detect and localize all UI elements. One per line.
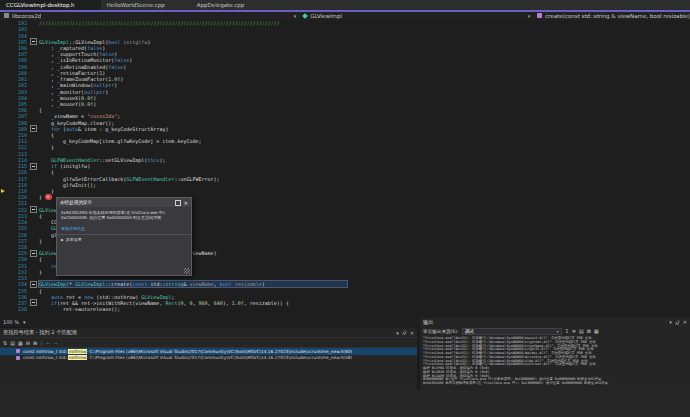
line-number: 234	[0, 281, 30, 287]
exception-popup: 未经处理的异常 ✕ 0x5A3DCA50 处有未经处理的异常(在 fristCo…	[56, 197, 192, 276]
delete-icon[interactable]: ▦	[18, 340, 23, 346]
tab-AppDelegate.cpp[interactable]: AppDelegate.cpp	[191, 0, 270, 10]
line-number: 194	[0, 33, 30, 39]
output-log[interactable]: “fristCoco.exe”(Win32): 已加载“C:\Windows\S…	[420, 336, 690, 386]
line-number: 192	[0, 20, 30, 26]
match-highlight: nothrow	[68, 355, 87, 360]
result-pre: const nothrow_t std::	[23, 349, 68, 354]
project-dropdown[interactable]: libcocos2d ▾	[0, 12, 299, 21]
result-pre: const nothrow_t std::	[23, 355, 68, 360]
find-results-list: const nothrow_t std::nothrow - C:\Progra…	[0, 348, 417, 361]
copy-details-link[interactable]: 复制详细信息	[57, 220, 191, 231]
execution-arrow-icon	[1, 189, 5, 193]
find-symbol-results-panel: 查找符号结果 - 找到 2 个匹配项 ▾ ✕ ⇅▤▦⊟⊞←→ const not…	[0, 328, 417, 390]
expander-triangle-icon[interactable]: ▶	[61, 238, 64, 242]
output-source-label: 显示输出来源(S):	[423, 329, 459, 334]
chevron-down-icon: ▾	[557, 329, 559, 334]
sort-icon[interactable]: ⇅	[3, 340, 7, 346]
line-number: 232	[0, 269, 30, 275]
line-number: 195	[0, 39, 30, 45]
line-number: 216	[0, 169, 30, 175]
tab-HelloWorldScene.cpp[interactable]: HelloWorldScene.cpp	[101, 0, 191, 10]
symbol-icon	[16, 349, 20, 353]
symbol-icon	[16, 356, 20, 360]
line-number: 230	[0, 256, 30, 262]
line-number: 205	[0, 101, 30, 107]
result-path: - C:\Program Files (x86)\Microsoft Visua…	[87, 355, 352, 360]
pin-icon[interactable]	[675, 320, 680, 325]
copy-icon[interactable]	[175, 200, 181, 206]
line-number: 238	[0, 306, 30, 312]
output-line-13: 0x5A3DCA50 处有未经处理的异常(在 fristCoco.exe 中):…	[423, 382, 690, 386]
line-number: 222	[0, 207, 30, 213]
line-number: 206	[0, 107, 30, 113]
tab-bar: CCGLViewImpl-desktop.hHelloWorldScene.cp…	[0, 0, 690, 10]
result-row-2[interactable]: const nothrow_t std::nothrow - C:\Progra…	[0, 355, 417, 362]
line-number: 221	[0, 200, 30, 206]
zoom-level: 100 %	[3, 319, 19, 325]
exception-settings-expander[interactable]: ▶ 异常设置	[57, 234, 191, 244]
line-number: 210	[0, 132, 30, 138]
line-number: 200	[0, 70, 30, 76]
find-panel-header: 查找符号结果 - 找到 2 个匹配项 ▾ ✕	[0, 328, 417, 337]
collapse-all-icon[interactable]: ⊟	[26, 340, 30, 346]
line-number: 193	[0, 26, 30, 32]
clear-all-icon[interactable]: ▤	[579, 328, 584, 334]
tab-CCGLViewImpl-desktop.h[interactable]: CCGLViewImpl-desktop.h	[0, 0, 101, 10]
output-panel: 输出 ▾ ✕ 显示输出来源(S): 调试 ▾ ↧≡▤⊠▦ “fristCoco.…	[420, 318, 690, 390]
member-dropdown[interactable]: create(const std::string & viewName, boo…	[533, 12, 690, 21]
line-number: 201	[0, 76, 30, 82]
settings-icon[interactable]: ▦	[594, 328, 599, 334]
line-number: 228	[0, 244, 30, 250]
copy-results-icon[interactable]: ▤	[10, 340, 15, 346]
output-source-value: 调试	[465, 329, 474, 334]
line-number: 233	[0, 275, 30, 281]
toolbar-separator	[41, 340, 42, 346]
chevron-down-icon[interactable]: ▾	[23, 319, 26, 325]
messages-icon[interactable]: ≡	[572, 328, 576, 334]
editor-line-238[interactable]: 238ret->autorelease();	[0, 306, 690, 312]
line-number: 211	[0, 138, 30, 144]
close-icon[interactable]: ✕	[410, 330, 414, 336]
jump-to-message-icon[interactable]: ↧	[565, 328, 569, 334]
resize-grip[interactable]	[184, 268, 190, 274]
find-panel-title: 查找符号结果 - 找到 2 个匹配项	[3, 329, 77, 336]
output-toolbar: 显示输出来源(S): 调试 ▾ ↧≡▤⊠▦	[420, 326, 690, 336]
pin-icon[interactable]	[402, 330, 407, 335]
line-number: 198	[0, 57, 30, 63]
line-number: 225	[0, 225, 30, 231]
previous-result-icon[interactable]: ←	[46, 340, 50, 346]
code-text: ret->autorelease();	[39, 306, 120, 312]
class-dropdown[interactable]: GLViewImpl ▾	[299, 12, 533, 21]
close-icon[interactable]: ✕	[184, 200, 188, 206]
line-number: 227	[0, 238, 30, 244]
line-number: 236	[0, 294, 30, 300]
window-position-icon[interactable]: ▾	[669, 319, 672, 325]
class-name: GLViewImpl	[310, 13, 342, 19]
output-panel-header: 输出 ▾ ✕	[420, 318, 690, 326]
line-number: 204	[0, 95, 30, 101]
output-source-dropdown[interactable]: 调试 ▾	[462, 328, 562, 335]
line-number: 235	[0, 288, 30, 294]
window-position-icon[interactable]: ▾	[396, 330, 399, 336]
line-number: 224	[0, 219, 30, 225]
close-icon[interactable]: ✕	[683, 319, 687, 325]
line-number: 203	[0, 89, 30, 95]
expand-all-icon[interactable]: ⊞	[33, 340, 37, 346]
match-highlight: nothrow	[68, 349, 87, 354]
zoom-control[interactable]: 100 % ▾	[0, 319, 25, 325]
line-number: 208	[0, 120, 30, 126]
class-icon	[302, 13, 308, 19]
bottom-strip	[0, 390, 690, 417]
next-result-icon[interactable]: →	[53, 340, 57, 346]
project-name: libcocos2d	[12, 13, 41, 19]
line-number: 209	[0, 126, 30, 132]
line-number: 197	[0, 51, 30, 57]
line-number: 215	[0, 163, 30, 169]
result-row-1[interactable]: const nothrow_t std::nothrow - C:\Progra…	[0, 348, 417, 355]
exception-popup-title: 未经处理的异常	[60, 200, 175, 205]
toggle-word-wrap-icon[interactable]: ⊠	[587, 328, 591, 334]
line-number: 196	[0, 45, 30, 51]
exception-popup-titlebar: 未经处理的异常 ✕	[57, 198, 191, 207]
project-icon	[4, 13, 9, 18]
